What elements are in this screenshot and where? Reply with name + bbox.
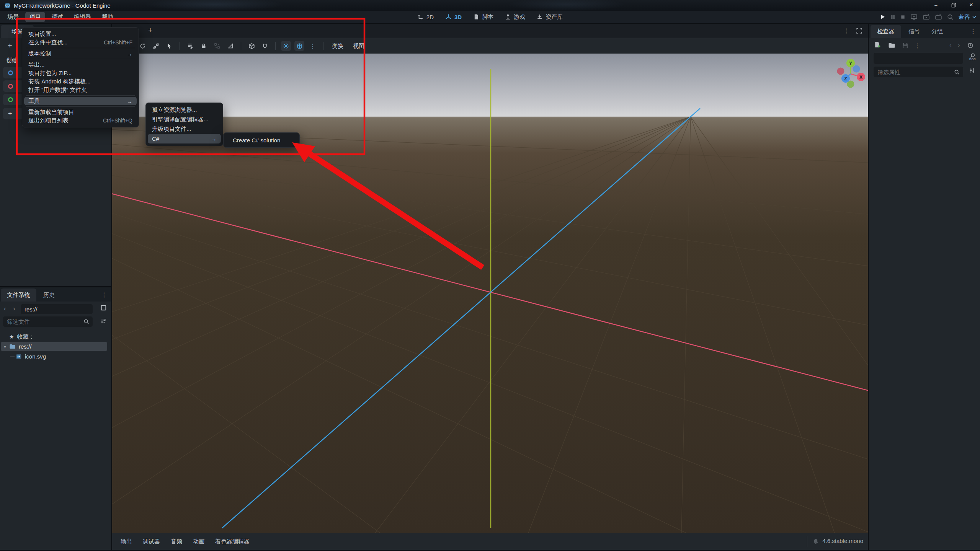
axis-neg-x-ball[interactable]: [837, 68, 844, 75]
tab-inspector[interactable]: 检查器: [871, 25, 901, 38]
filesystem-menu-button[interactable]: ⋮: [101, 291, 107, 298]
menu-item-export[interactable]: 导出...: [22, 60, 139, 69]
play-scene-button[interactable]: [910, 14, 918, 20]
bottom-tab-output[interactable]: 输出: [115, 535, 137, 548]
tab-groups[interactable]: 分组: [926, 25, 949, 38]
view-menu[interactable]: 视图: [350, 41, 368, 51]
kebab-menu-icon: ⋮: [101, 292, 107, 298]
menu-item-upgrade-project-files[interactable]: 升级项目文件...: [146, 124, 223, 134]
menu-item-csharp[interactable]: C#→: [148, 134, 221, 143]
preview-environment-button[interactable]: [294, 41, 304, 51]
inspector-dock-menu-button[interactable]: ⋮: [970, 28, 976, 35]
environment-options-button[interactable]: ⋮: [308, 41, 318, 51]
sort-files-button[interactable]: [101, 318, 107, 324]
nav-back-button[interactable]: ‹: [4, 305, 6, 313]
scale-tool-button[interactable]: [151, 41, 161, 51]
chevron-expanded-icon[interactable]: ▾: [4, 344, 6, 349]
kebab-menu-icon: ⋮: [970, 28, 976, 34]
workspace-game[interactable]: 游戏: [505, 13, 525, 21]
renderer-selector[interactable]: 兼容: [959, 13, 976, 21]
viewport-3d[interactable]: Y X Z: [112, 54, 868, 533]
menu-item-quit-to-project-list[interactable]: 退出到项目列表Ctrl+Shift+Q: [22, 116, 139, 125]
tab-filesystem[interactable]: 文件系统: [1, 289, 36, 302]
folder-icon: [888, 42, 895, 49]
toggle-split-mode-button[interactable]: [100, 305, 107, 311]
axis-neg-z-ball[interactable]: [853, 65, 860, 73]
play-button[interactable]: [880, 14, 885, 20]
create-2d-scene-button[interactable]: [3, 67, 24, 78]
menu-scene[interactable]: 场景: [3, 12, 23, 22]
play-custom-scene-button[interactable]: [935, 14, 942, 20]
tab-signals[interactable]: 信号: [903, 25, 926, 38]
workspace-2d[interactable]: 2D: [417, 14, 434, 20]
load-resource-button[interactable]: [888, 42, 895, 49]
new-scene-tab-button[interactable]: +: [148, 26, 152, 34]
pause-button[interactable]: [890, 15, 895, 20]
chevron-left-icon: ‹: [949, 41, 952, 49]
restore-button[interactable]: [945, 0, 962, 10]
menu-item-version-control[interactable]: 版本控制→: [22, 49, 139, 58]
menu-item-orphan-resource-explorer[interactable]: 孤立资源浏览器...: [146, 105, 223, 115]
menu-item-reload-project[interactable]: 重新加载当前项目: [22, 108, 139, 116]
list-select-button[interactable]: [185, 41, 195, 51]
resource-extra-menu-button[interactable]: ⋮: [914, 42, 920, 49]
lock-selected-button[interactable]: [199, 41, 209, 51]
snap-toggle-button[interactable]: [260, 41, 270, 51]
menu-item-open-user-data[interactable]: 打开 “用户数据” 文件夹: [22, 86, 139, 94]
axis-gizmo[interactable]: Y X Z: [835, 59, 866, 89]
filter-files-input[interactable]: [3, 318, 83, 325]
history-forward-button[interactable]: ›: [958, 41, 960, 49]
create-ui-scene-button[interactable]: [3, 94, 24, 105]
bottom-tab-animation[interactable]: 动画: [188, 535, 210, 548]
bottom-tab-debugger[interactable]: 调试器: [137, 535, 165, 548]
group-selected-button[interactable]: [212, 41, 222, 51]
select-tool-button[interactable]: [164, 41, 174, 51]
camera-preview-button[interactable]: [247, 41, 256, 51]
create-3d-scene-button[interactable]: [3, 80, 24, 92]
add-scene-button[interactable]: +: [8, 41, 12, 50]
path-bar[interactable]: res://: [21, 304, 93, 314]
tabstrip-menu-button[interactable]: ⋮: [843, 27, 849, 34]
menu-item-pack-zip[interactable]: 项目打包为 ZIP...: [22, 69, 139, 77]
menu-item-tools[interactable]: 工具→: [24, 97, 137, 105]
play-current-scene-button[interactable]: [923, 14, 930, 20]
stop-button[interactable]: [900, 15, 905, 20]
close-button[interactable]: ×: [962, 0, 980, 10]
menu-project[interactable]: 项目: [25, 12, 45, 22]
workspace-assetlib[interactable]: 资产库: [537, 13, 563, 21]
transform-menu[interactable]: 变换: [329, 41, 346, 51]
create-other-node-button[interactable]: +: [3, 108, 24, 119]
inspector-tools-button[interactable]: [969, 67, 975, 74]
distraction-free-button[interactable]: [856, 28, 862, 34]
open-docs-button[interactable]: DOC: [968, 53, 976, 61]
menu-item-find-in-files[interactable]: 在文件中查找...Ctrl+Shift+F: [22, 38, 139, 47]
bottom-tab-shader-editor[interactable]: 着色器编辑器: [210, 535, 255, 548]
resource-name-bar[interactable]: [874, 53, 963, 64]
movie-maker-button[interactable]: [947, 14, 954, 20]
new-resource-button[interactable]: [874, 41, 881, 49]
ruler-tool-button[interactable]: [225, 41, 235, 51]
history-button[interactable]: [967, 42, 973, 49]
menu-editor[interactable]: 编辑器: [70, 12, 95, 22]
fs-tree-root-row[interactable]: ▾ res://: [1, 342, 107, 351]
menu-item-engine-compile-config[interactable]: 引擎编译配置编辑器...: [146, 115, 223, 124]
preview-sunlight-button[interactable]: [281, 41, 291, 51]
menu-item-create-csharp-solution[interactable]: Create C# solution: [224, 135, 299, 145]
minimize-button[interactable]: −: [927, 0, 945, 10]
bottom-tab-audio[interactable]: 音频: [165, 535, 188, 548]
workspace-script[interactable]: 脚本: [473, 13, 493, 21]
workspace-label: 资产库: [546, 13, 563, 21]
menu-item-install-android-template[interactable]: 安装 Android 构建模板...: [22, 77, 139, 86]
fs-tree-file-row[interactable]: icon.svg: [1, 352, 107, 361]
tab-history[interactable]: 历史: [38, 289, 60, 302]
history-back-button[interactable]: ‹: [949, 41, 952, 49]
nav-forward-button[interactable]: ›: [13, 305, 15, 313]
menu-help[interactable]: 帮助: [98, 12, 118, 22]
workspace-3d[interactable]: 3D: [445, 14, 462, 20]
menu-debug[interactable]: 调试: [47, 12, 67, 22]
filter-properties-input[interactable]: [874, 69, 954, 75]
menu-item-project-settings[interactable]: 项目设置...: [22, 30, 139, 38]
version-label[interactable]: 4.6.stable.mono: [822, 538, 863, 544]
save-resource-button[interactable]: [902, 42, 908, 49]
notifications-button[interactable]: [813, 538, 819, 544]
